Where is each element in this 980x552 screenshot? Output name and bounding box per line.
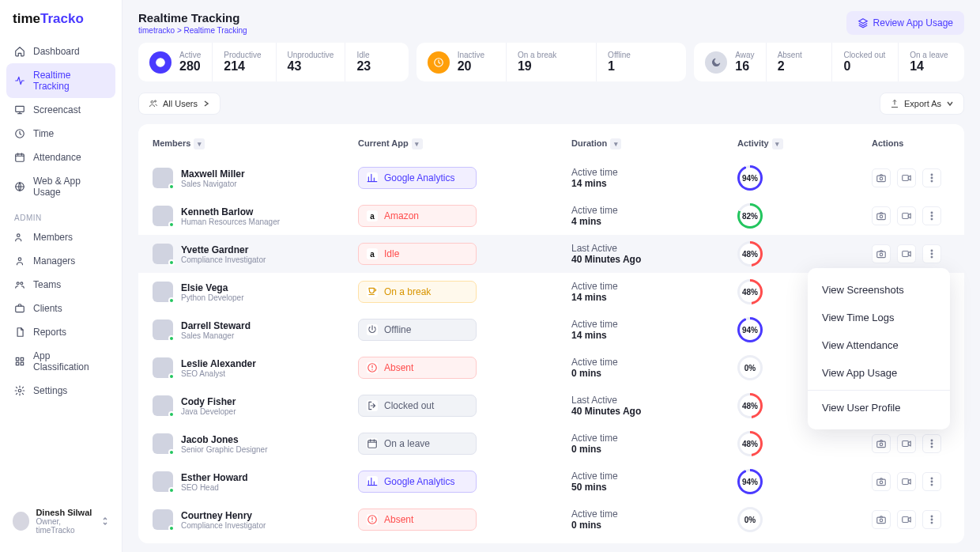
more-button[interactable] xyxy=(922,434,941,453)
sidebar-item-settings[interactable]: Settings xyxy=(6,379,115,403)
app-chip[interactable]: Google Analytics xyxy=(358,471,477,493)
sidebar-item-reports[interactable]: Reports xyxy=(6,320,115,344)
sidebar-item-app-classification[interactable]: App Classification xyxy=(6,344,115,379)
stat-productive[interactable]: Productive214 xyxy=(213,43,276,81)
svg-point-24 xyxy=(880,215,883,218)
more-button[interactable] xyxy=(922,168,941,187)
menu-item[interactable]: View User Profile xyxy=(808,394,950,422)
sidebar-item-web-app-usage[interactable]: Web & App Usage xyxy=(6,169,115,204)
stat-on-a-leave[interactable]: On a leave14 xyxy=(899,43,964,81)
app-chip[interactable]: Google Analytics xyxy=(358,167,477,189)
briefcase-icon xyxy=(14,303,25,314)
stat-absent[interactable]: Absent2 xyxy=(767,43,833,81)
activity-ring: 94% xyxy=(737,165,763,191)
svg-point-33 xyxy=(931,253,933,255)
profile-avatar xyxy=(13,512,29,531)
app-chip[interactable]: Absent xyxy=(358,357,477,379)
stat-on-a-break[interactable]: On a break19 xyxy=(507,43,597,81)
activity-pct: 82% xyxy=(742,212,758,221)
sort-icon[interactable]: ▾ xyxy=(772,138,783,149)
svg-rect-69 xyxy=(903,479,909,485)
video-button[interactable] xyxy=(897,206,916,225)
svg-point-7 xyxy=(21,282,23,285)
profile-card[interactable]: Dinesh Silwal Owner, timeTracko xyxy=(6,501,115,541)
app-chip[interactable]: Clocked out xyxy=(358,395,477,417)
status-dot-icon xyxy=(168,373,175,380)
sidebar-item-attendance[interactable]: Attendance xyxy=(6,146,115,169)
duration-value: 50 mins xyxy=(571,482,737,493)
chevron-up-down-icon xyxy=(101,516,109,527)
stat-unproductive[interactable]: Unproductive43 xyxy=(277,43,346,81)
video-button[interactable] xyxy=(897,472,916,491)
col-activity[interactable]: Activity xyxy=(737,138,769,148)
sidebar-item-members[interactable]: Members xyxy=(6,225,115,249)
more-button[interactable] xyxy=(922,206,941,225)
screenshot-button[interactable] xyxy=(872,168,891,187)
video-button[interactable] xyxy=(897,244,916,263)
member-avatar xyxy=(153,244,173,264)
stat-idle[interactable]: Idle23 xyxy=(345,43,408,81)
screenshot-button[interactable] xyxy=(872,510,891,529)
col-app[interactable]: Current App xyxy=(358,138,409,148)
duration-label: Last Active xyxy=(571,395,737,406)
col-duration[interactable]: Duration xyxy=(571,138,607,148)
more-button[interactable] xyxy=(922,510,941,529)
menu-item[interactable]: View Attendance xyxy=(808,331,950,359)
sidebar-item-managers[interactable]: Managers xyxy=(6,249,115,273)
svg-point-6 xyxy=(17,282,19,285)
duration-label: Active time xyxy=(571,167,737,178)
breadcrumb[interactable]: timetracko > Realtime Tracking xyxy=(138,26,247,35)
sidebar-item-screencast[interactable]: Screencast xyxy=(6,98,115,122)
app-chip[interactable]: On a leave xyxy=(358,433,477,455)
stat-active[interactable]: Active280 xyxy=(138,43,213,81)
home-icon xyxy=(14,46,25,57)
page-title: Realtime Tracking xyxy=(138,11,247,25)
filter-all-users[interactable]: All Users xyxy=(138,93,220,115)
app-chip[interactable]: On a break xyxy=(358,281,477,303)
stat-value: 214 xyxy=(224,59,261,74)
sort-icon[interactable]: ▾ xyxy=(194,138,205,149)
video-button[interactable] xyxy=(897,434,916,453)
stat-offline[interactable]: Offline1 xyxy=(597,43,686,81)
stat-clocked-out[interactable]: Clocked out0 xyxy=(832,43,899,81)
menu-item[interactable]: View Screenshots xyxy=(808,276,950,304)
video-button[interactable] xyxy=(897,510,916,529)
svg-point-32 xyxy=(931,250,933,251)
status-dot-icon xyxy=(168,411,175,418)
screenshot-button[interactable] xyxy=(872,206,891,225)
sidebar-item-dashboard[interactable]: Dashboard xyxy=(6,40,115,63)
sort-icon[interactable]: ▾ xyxy=(610,138,621,149)
menu-item[interactable]: View App Usage xyxy=(808,359,950,387)
app-name: On a break xyxy=(384,286,431,297)
svg-point-72 xyxy=(931,484,933,486)
more-button[interactable] xyxy=(922,244,941,263)
menu-item[interactable]: View Time Logs xyxy=(808,304,950,331)
page-header: Realtime Tracking timetracko > Realtime … xyxy=(138,11,964,35)
export-button[interactable]: Export As xyxy=(880,93,964,115)
sidebar-item-realtime-tracking[interactable]: Realtime Tracking xyxy=(6,63,115,98)
screenshot-button[interactable] xyxy=(872,244,891,263)
stat-inactive[interactable]: Inactive20 xyxy=(416,43,507,81)
member-name: Courtney Henry xyxy=(181,510,266,521)
status-dot-icon xyxy=(168,259,175,266)
svg-rect-61 xyxy=(877,441,886,448)
stat-away[interactable]: Away16 xyxy=(694,43,766,81)
svg-point-27 xyxy=(931,215,933,217)
app-chip[interactable]: aIdle xyxy=(358,243,477,265)
col-members[interactable]: Members xyxy=(153,138,190,148)
screenshot-button[interactable] xyxy=(872,434,891,453)
sidebar-item-time[interactable]: Time xyxy=(6,122,115,146)
more-button[interactable] xyxy=(922,472,941,491)
sort-icon[interactable]: ▾ xyxy=(412,138,423,149)
svg-rect-67 xyxy=(877,479,886,486)
app-chip[interactable]: aAmazon xyxy=(358,205,477,227)
review-app-usage-button[interactable]: Review App Usage xyxy=(846,11,964,35)
app-chip[interactable]: Offline xyxy=(358,319,477,341)
svg-rect-31 xyxy=(903,251,909,257)
video-button[interactable] xyxy=(897,168,916,187)
sidebar-item-teams[interactable]: Teams xyxy=(6,273,115,297)
chevron-down-icon xyxy=(946,100,954,108)
screenshot-button[interactable] xyxy=(872,472,891,491)
sidebar-item-clients[interactable]: Clients xyxy=(6,297,115,320)
app-chip[interactable]: Absent xyxy=(358,509,477,531)
